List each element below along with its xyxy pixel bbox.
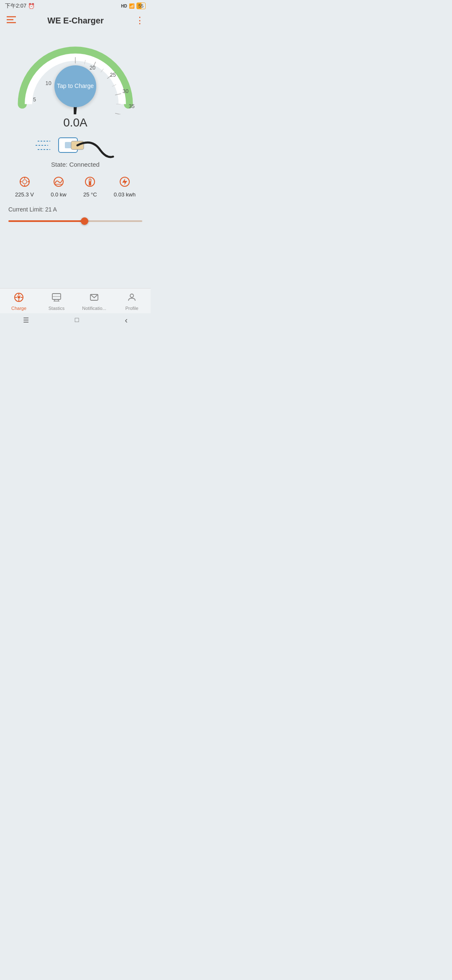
state-text: State: Connected	[51, 161, 100, 168]
stat-energy: 0.03 kwh	[114, 176, 136, 198]
power-value: 0.0 kw	[51, 191, 67, 198]
notifications-nav-label: Notificatio...	[82, 306, 106, 311]
charge-nav-icon	[14, 292, 24, 304]
svg-line-56	[17, 296, 18, 297]
more-options-icon[interactable]: ⋮	[135, 15, 144, 26]
charger-illustration	[33, 129, 117, 161]
android-back-btn[interactable]: ‹	[125, 315, 128, 325]
svg-text:35: 35	[129, 103, 135, 109]
stastics-nav-label: Stastics	[49, 306, 65, 311]
stastics-nav-icon	[51, 292, 62, 304]
svg-text:20: 20	[90, 65, 95, 71]
voltage-value: 225.3 V	[15, 191, 34, 198]
notifications-nav-icon	[89, 292, 99, 304]
android-menu-btn[interactable]: ☰	[23, 316, 29, 324]
temp-icon	[85, 176, 95, 190]
nav-profile[interactable]: Profile	[113, 292, 151, 311]
hd-label: HD	[121, 4, 127, 8]
tap-to-charge-button[interactable]: Tap to Charge	[54, 65, 96, 107]
svg-text:25: 25	[110, 72, 116, 78]
svg-line-57	[20, 296, 21, 297]
svg-point-64	[130, 294, 134, 297]
voltage-icon	[19, 176, 30, 190]
android-home-btn[interactable]: □	[75, 316, 79, 324]
svg-text:30: 30	[123, 88, 128, 94]
profile-nav-label: Profile	[125, 306, 138, 311]
slider-wrapper[interactable]	[8, 217, 142, 225]
android-nav: ☰ □ ‹	[0, 313, 151, 327]
limit-label: Current Limit: 21 A	[8, 206, 142, 213]
svg-point-35	[23, 180, 27, 184]
stats-row: 225.3 V 0.0 kw 25 °C	[0, 173, 151, 201]
slider-track	[8, 220, 142, 222]
charge-nav-label: Charge	[11, 306, 26, 311]
svg-text:10: 10	[46, 80, 51, 86]
status-bar: 下午2:07 ⏰ HD 📶 55	[0, 0, 151, 12]
slider-thumb[interactable]	[81, 217, 88, 225]
nav-stastics[interactable]: Stastics	[38, 292, 75, 311]
stat-temp: 25 °C	[83, 176, 97, 198]
power-icon	[53, 176, 64, 190]
status-time: 下午2:07	[5, 2, 26, 10]
nav-charge[interactable]: Charge	[0, 292, 38, 311]
svg-line-7	[115, 113, 121, 114]
limit-section: Current Limit: 21 A	[0, 201, 151, 230]
stat-power: 0.0 kw	[51, 176, 67, 198]
energy-value: 0.03 kwh	[114, 191, 136, 198]
menu-icon[interactable]	[7, 15, 16, 26]
svg-point-45	[89, 183, 91, 186]
energy-icon	[119, 176, 130, 190]
status-icons: HD 📶 55	[121, 3, 146, 9]
temp-value: 25 °C	[83, 191, 97, 198]
svg-rect-32	[65, 142, 71, 148]
gauge-container: 5 10 15 20 25 30 35 Tap to Charge	[8, 33, 142, 114]
stat-voltage: 225.3 V	[15, 176, 34, 198]
signal-icon: 📶	[129, 3, 135, 9]
current-value-display: 0.0A	[63, 116, 87, 129]
battery-indicator: 55	[136, 3, 146, 9]
app-title: WE E-Charger	[47, 16, 103, 26]
alarm-icon: ⏰	[28, 3, 35, 9]
app-bar: WE E-Charger ⋮	[0, 12, 151, 29]
nav-notifications[interactable]: Notificatio...	[75, 292, 113, 311]
svg-marker-49	[122, 178, 127, 185]
svg-text:5: 5	[33, 97, 36, 103]
tap-button-label: Tap to Charge	[57, 82, 94, 90]
bottom-nav: Charge Stastics Notificatio...	[0, 288, 151, 313]
profile-nav-icon	[127, 292, 137, 304]
gauge-section: 5 10 15 20 25 30 35 Tap to Charge 0.0A	[0, 29, 151, 173]
